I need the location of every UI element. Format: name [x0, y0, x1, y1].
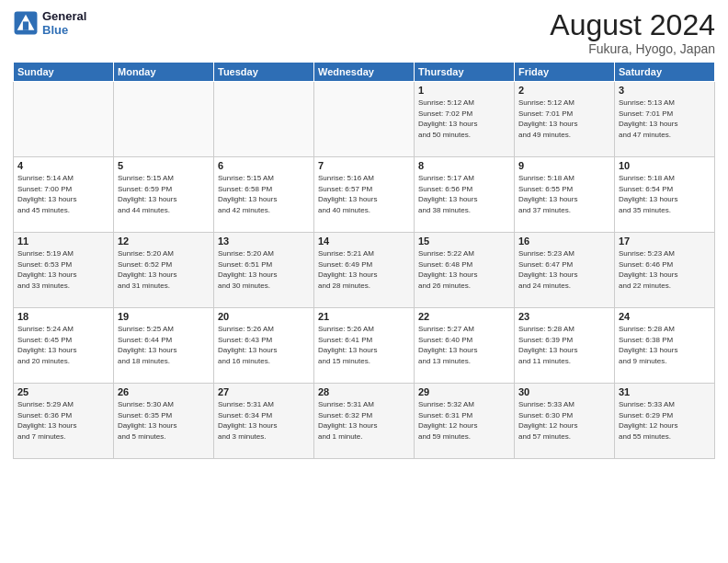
- day-number: 2: [518, 85, 610, 96]
- day-number: 18: [17, 311, 109, 322]
- cell-info: Sunrise: 5:28 AM Sunset: 6:39 PM Dayligh…: [518, 324, 610, 366]
- calendar-table: SundayMondayTuesdayWednesdayThursdayFrid…: [13, 62, 715, 459]
- day-number: 7: [318, 160, 410, 171]
- week-row-1: 1Sunrise: 5:12 AM Sunset: 7:02 PM Daylig…: [14, 82, 715, 157]
- cell-info: Sunrise: 5:16 AM Sunset: 6:57 PM Dayligh…: [318, 173, 410, 215]
- day-number: 25: [17, 386, 109, 397]
- week-row-2: 4Sunrise: 5:14 AM Sunset: 7:00 PM Daylig…: [14, 157, 715, 233]
- cell-info: Sunrise: 5:33 AM Sunset: 6:30 PM Dayligh…: [518, 399, 610, 442]
- cell-info: Sunrise: 5:32 AM Sunset: 6:31 PM Dayligh…: [418, 399, 510, 442]
- day-number: 17: [619, 236, 711, 247]
- cell-info: Sunrise: 5:33 AM Sunset: 6:29 PM Dayligh…: [619, 399, 711, 442]
- cell-info: Sunrise: 5:23 AM Sunset: 6:46 PM Dayligh…: [619, 248, 711, 291]
- cal-cell: 31Sunrise: 5:33 AM Sunset: 6:29 PM Dayli…: [615, 384, 715, 459]
- cell-info: Sunrise: 5:20 AM Sunset: 6:51 PM Dayligh…: [218, 248, 310, 291]
- day-number: 23: [518, 311, 610, 322]
- cell-info: Sunrise: 5:31 AM Sunset: 6:32 PM Dayligh…: [318, 399, 410, 442]
- day-number: 20: [218, 311, 310, 322]
- day-number: 27: [218, 386, 310, 397]
- cell-info: Sunrise: 5:24 AM Sunset: 6:45 PM Dayligh…: [17, 324, 109, 366]
- cal-cell: 9Sunrise: 5:18 AM Sunset: 6:55 PM Daylig…: [515, 157, 615, 233]
- cell-info: Sunrise: 5:26 AM Sunset: 6:41 PM Dayligh…: [318, 324, 410, 366]
- week-row-4: 18Sunrise: 5:24 AM Sunset: 6:45 PM Dayli…: [14, 308, 715, 384]
- cal-cell: 24Sunrise: 5:28 AM Sunset: 6:38 PM Dayli…: [615, 308, 715, 384]
- logo-text: General Blue: [42, 9, 86, 37]
- cal-cell: 14Sunrise: 5:21 AM Sunset: 6:49 PM Dayli…: [314, 233, 415, 308]
- cell-info: Sunrise: 5:12 AM Sunset: 7:02 PM Dayligh…: [418, 98, 510, 140]
- day-number: 29: [418, 386, 510, 397]
- cell-info: Sunrise: 5:14 AM Sunset: 7:00 PM Dayligh…: [17, 173, 109, 215]
- cell-info: Sunrise: 5:20 AM Sunset: 6:52 PM Dayligh…: [118, 248, 210, 291]
- day-number: 1: [418, 85, 510, 96]
- cell-info: Sunrise: 5:17 AM Sunset: 6:56 PM Dayligh…: [418, 173, 510, 215]
- cal-cell: [314, 82, 415, 157]
- cal-cell: 2Sunrise: 5:12 AM Sunset: 7:01 PM Daylig…: [515, 82, 615, 157]
- cal-cell: 12Sunrise: 5:20 AM Sunset: 6:52 PM Dayli…: [114, 233, 214, 308]
- cell-info: Sunrise: 5:30 AM Sunset: 6:35 PM Dayligh…: [118, 399, 210, 442]
- day-number: 31: [619, 386, 711, 397]
- day-header-thursday: Thursday: [415, 63, 515, 82]
- cal-cell: 26Sunrise: 5:30 AM Sunset: 6:35 PM Dayli…: [114, 384, 214, 459]
- logo-icon: [13, 10, 39, 36]
- day-header-wednesday: Wednesday: [314, 63, 415, 82]
- day-number: 22: [418, 311, 510, 322]
- day-number: 6: [218, 160, 310, 171]
- cal-cell: 28Sunrise: 5:31 AM Sunset: 6:32 PM Dayli…: [314, 384, 415, 459]
- svg-rect-2: [23, 21, 28, 29]
- day-number: 16: [518, 236, 610, 247]
- day-number: 5: [118, 160, 210, 171]
- day-header-saturday: Saturday: [615, 63, 715, 82]
- day-number: 24: [619, 311, 711, 322]
- day-number: 13: [218, 236, 310, 247]
- cal-cell: 7Sunrise: 5:16 AM Sunset: 6:57 PM Daylig…: [314, 157, 415, 233]
- main-title: August 2024: [550, 9, 715, 41]
- day-header-monday: Monday: [114, 63, 214, 82]
- cal-cell: 6Sunrise: 5:15 AM Sunset: 6:58 PM Daylig…: [214, 157, 314, 233]
- cell-info: Sunrise: 5:25 AM Sunset: 6:44 PM Dayligh…: [118, 324, 210, 366]
- cal-cell: 11Sunrise: 5:19 AM Sunset: 6:53 PM Dayli…: [14, 233, 114, 308]
- subtitle: Fukura, Hyogo, Japan: [550, 41, 715, 56]
- day-number: 26: [118, 386, 210, 397]
- cal-cell: 3Sunrise: 5:13 AM Sunset: 7:01 PM Daylig…: [615, 82, 715, 157]
- day-number: 9: [518, 160, 610, 171]
- cal-cell: 20Sunrise: 5:26 AM Sunset: 6:43 PM Dayli…: [214, 308, 314, 384]
- cal-cell: [114, 82, 214, 157]
- calendar-page: General Blue August 2024 Fukura, Hyogo, …: [0, 0, 728, 563]
- cell-info: Sunrise: 5:18 AM Sunset: 6:54 PM Dayligh…: [619, 173, 711, 215]
- day-number: 12: [118, 236, 210, 247]
- day-number: 19: [118, 311, 210, 322]
- cal-cell: 16Sunrise: 5:23 AM Sunset: 6:47 PM Dayli…: [515, 233, 615, 308]
- day-number: 4: [17, 160, 109, 171]
- cal-cell: 15Sunrise: 5:22 AM Sunset: 6:48 PM Dayli…: [415, 233, 515, 308]
- cell-info: Sunrise: 5:15 AM Sunset: 6:58 PM Dayligh…: [218, 173, 310, 215]
- day-number: 30: [518, 386, 610, 397]
- cal-cell: 29Sunrise: 5:32 AM Sunset: 6:31 PM Dayli…: [415, 384, 515, 459]
- cal-cell: 25Sunrise: 5:29 AM Sunset: 6:36 PM Dayli…: [14, 384, 114, 459]
- cal-cell: 18Sunrise: 5:24 AM Sunset: 6:45 PM Dayli…: [14, 308, 114, 384]
- cell-info: Sunrise: 5:27 AM Sunset: 6:40 PM Dayligh…: [418, 324, 510, 366]
- cell-info: Sunrise: 5:31 AM Sunset: 6:34 PM Dayligh…: [218, 399, 310, 442]
- cal-cell: 22Sunrise: 5:27 AM Sunset: 6:40 PM Dayli…: [415, 308, 515, 384]
- cal-cell: 30Sunrise: 5:33 AM Sunset: 6:30 PM Dayli…: [515, 384, 615, 459]
- cal-cell: [14, 82, 114, 157]
- logo: General Blue: [13, 9, 86, 37]
- day-number: 11: [17, 236, 109, 247]
- header: General Blue August 2024 Fukura, Hyogo, …: [13, 9, 715, 56]
- cal-cell: 4Sunrise: 5:14 AM Sunset: 7:00 PM Daylig…: [14, 157, 114, 233]
- cal-cell: 13Sunrise: 5:20 AM Sunset: 6:51 PM Dayli…: [214, 233, 314, 308]
- cal-cell: 21Sunrise: 5:26 AM Sunset: 6:41 PM Dayli…: [314, 308, 415, 384]
- cell-info: Sunrise: 5:19 AM Sunset: 6:53 PM Dayligh…: [17, 248, 109, 291]
- week-row-5: 25Sunrise: 5:29 AM Sunset: 6:36 PM Dayli…: [14, 384, 715, 459]
- cal-cell: 17Sunrise: 5:23 AM Sunset: 6:46 PM Dayli…: [615, 233, 715, 308]
- cal-cell: 27Sunrise: 5:31 AM Sunset: 6:34 PM Dayli…: [214, 384, 314, 459]
- day-number: 21: [318, 311, 410, 322]
- cal-cell: [214, 82, 314, 157]
- day-number: 28: [318, 386, 410, 397]
- cell-info: Sunrise: 5:23 AM Sunset: 6:47 PM Dayligh…: [518, 248, 610, 291]
- week-row-3: 11Sunrise: 5:19 AM Sunset: 6:53 PM Dayli…: [14, 233, 715, 308]
- day-number: 8: [418, 160, 510, 171]
- cell-info: Sunrise: 5:12 AM Sunset: 7:01 PM Dayligh…: [518, 98, 610, 140]
- cell-info: Sunrise: 5:26 AM Sunset: 6:43 PM Dayligh…: [218, 324, 310, 366]
- cal-cell: 19Sunrise: 5:25 AM Sunset: 6:44 PM Dayli…: [114, 308, 214, 384]
- cal-cell: 1Sunrise: 5:12 AM Sunset: 7:02 PM Daylig…: [415, 82, 515, 157]
